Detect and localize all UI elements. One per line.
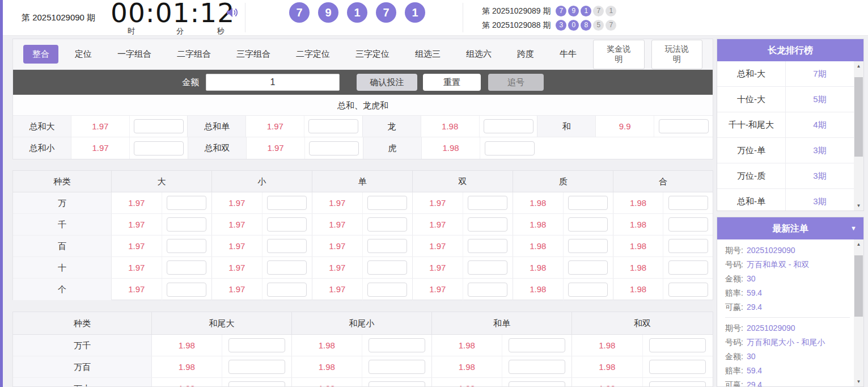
bet-amount-input[interactable] <box>369 338 425 352</box>
bet-amount-input[interactable] <box>468 196 507 210</box>
bet-input-cell <box>654 116 713 137</box>
history-ball: 3 <box>556 20 566 31</box>
order-issue-value: 20251029090 <box>747 323 795 333</box>
tab-sanzi-zuhe[interactable]: 三字组合 <box>227 45 280 64</box>
bet-amount-input[interactable] <box>228 360 285 374</box>
bet-amount-input[interactable] <box>167 260 206 275</box>
odds-value: 1.98 <box>613 235 663 256</box>
bet-amount-input[interactable] <box>668 260 708 275</box>
bet-amount-input[interactable] <box>167 217 206 232</box>
speaker-icon[interactable] <box>225 5 240 22</box>
bet-amount-input[interactable] <box>468 217 507 232</box>
tab-zuxuan-liu[interactable]: 组选六 <box>457 45 501 64</box>
issue-number: 20251029090 <box>32 12 84 22</box>
bet-amount-input[interactable] <box>167 283 206 297</box>
rules-info-button[interactable]: 玩法说明 <box>651 40 703 69</box>
row-label: 十 <box>13 257 112 278</box>
chase-number-button[interactable]: 追号 <box>488 74 544 91</box>
bet-amount-input[interactable] <box>668 283 708 297</box>
bet-amount-input[interactable] <box>568 283 608 297</box>
bet-amount-input[interactable] <box>568 196 608 210</box>
bet-amount-input[interactable] <box>134 141 184 155</box>
bet-amount-input[interactable] <box>568 239 608 253</box>
scroll-down-icon[interactable]: ▼ <box>854 201 863 211</box>
bet-amount-input[interactable] <box>668 239 708 253</box>
bet-amount-input[interactable] <box>568 217 608 232</box>
top-header: 第 20251029090 期 00:01:12 时 分 秒 7 9 1 7 1… <box>3 0 868 36</box>
bet-amount-input[interactable] <box>468 260 507 275</box>
tab-erzi-zuhe[interactable]: 二字组合 <box>168 45 220 64</box>
bet-amount-input[interactable] <box>308 119 358 133</box>
tab-sanzi-dingwei[interactable]: 三字定位 <box>346 45 399 64</box>
dragon-ranking-panel: 长龙排行榜 总和-大 7期 十位-大 5期 千十-和尾大 4期 万位-单 3期 … <box>717 39 864 211</box>
dragon-row: 总和-单 3期 <box>717 189 854 211</box>
odds-value: 9.9 <box>596 116 654 137</box>
dragon-bet-name: 总和-单 <box>717 189 786 211</box>
tab-kuadu[interactable]: 跨度 <box>508 45 543 64</box>
bet-amount-input[interactable] <box>228 381 285 387</box>
tab-zuxuan-san[interactable]: 组选三 <box>406 45 450 64</box>
bet-amount-input[interactable] <box>134 119 184 133</box>
bet-amount-input[interactable] <box>568 260 608 275</box>
bet-amount-input[interactable] <box>484 119 533 133</box>
odds-value: 1.98 <box>572 335 643 356</box>
bet-amount-input[interactable] <box>649 381 706 387</box>
bet-amount-input[interactable] <box>668 196 708 210</box>
issue-prefix: 第 <box>22 12 30 22</box>
reset-button[interactable]: 重置 <box>423 74 481 91</box>
prize-info-button[interactable]: 奖金说明 <box>593 40 645 69</box>
bet-amount-input[interactable] <box>509 360 565 374</box>
confirm-bet-button[interactable]: 确认投注 <box>357 74 417 91</box>
scroll-up-icon[interactable]: ▲ <box>854 61 863 71</box>
column-header: 种类 <box>13 171 112 192</box>
dragon-scrollbar[interactable]: ▲ ▼ <box>854 61 863 211</box>
bet-amount-input[interactable] <box>267 217 307 232</box>
collapse-caret-icon[interactable]: ▼ <box>850 217 857 239</box>
bet-amount-input[interactable] <box>367 260 407 275</box>
bet-amount-input[interactable] <box>167 196 206 210</box>
bet-amount-input[interactable] <box>228 338 285 352</box>
bet-amount-input[interactable] <box>659 119 709 133</box>
bet-amount-input[interactable] <box>468 283 507 297</box>
dragon-streak: 3期 <box>786 189 854 211</box>
bet-control-bar: 金额 确认投注 重置 追号 <box>13 70 713 95</box>
scroll-down-icon[interactable]: ▼ <box>854 377 863 386</box>
order-odds-value: 59.4 <box>747 366 762 375</box>
table-row: 万百 1.98 1.98 1.98 1.98 <box>13 356 713 378</box>
bet-amount-input[interactable] <box>367 239 407 253</box>
amount-input[interactable] <box>206 74 340 91</box>
history-ball: 8 <box>581 20 591 31</box>
tab-zhenghe[interactable]: 整合 <box>23 45 58 64</box>
odds-value: 1.97 <box>413 257 463 278</box>
bet-amount-input[interactable] <box>267 239 307 253</box>
bet-amount-input[interactable] <box>468 239 507 253</box>
bet-amount-input[interactable] <box>369 360 425 374</box>
bet-amount-input[interactable] <box>309 141 359 155</box>
bet-amount-input[interactable] <box>485 141 535 155</box>
dragon-row: 千十-和尾大 4期 <box>717 112 854 138</box>
scroll-up-icon[interactable]: ▲ <box>854 239 863 249</box>
bet-amount-input[interactable] <box>367 196 407 210</box>
tail-sum-odds-table: 种类 和尾大 和尾小 和单 和双 万千 1.98 1.98 1.98 1.98 … <box>12 312 713 387</box>
bet-amount-input[interactable] <box>367 283 407 297</box>
bet-amount-input[interactable] <box>267 196 307 210</box>
bet-amount-input[interactable] <box>509 338 565 352</box>
bet-amount-input[interactable] <box>167 239 206 253</box>
scrollbar-thumb[interactable] <box>854 77 863 157</box>
bet-amount-input[interactable] <box>369 381 425 387</box>
tab-erzi-dingwei[interactable]: 二字定位 <box>287 45 339 64</box>
bet-amount-input[interactable] <box>267 260 307 275</box>
orders-scrollbar[interactable]: ▲ ▼ <box>854 239 863 386</box>
bet-amount-input[interactable] <box>509 381 565 387</box>
tab-niuniu[interactable]: 牛牛 <box>551 45 586 64</box>
history-ball: 1 <box>581 6 591 16</box>
bet-amount-input[interactable] <box>649 338 706 352</box>
odds-value: 1.97 <box>312 235 363 256</box>
scrollbar-thumb[interactable] <box>854 255 863 317</box>
bet-amount-input[interactable] <box>367 217 407 232</box>
tab-dingwei[interactable]: 定位 <box>66 45 101 64</box>
tab-yizi-zuhe[interactable]: 一字组合 <box>108 45 160 64</box>
bet-amount-input[interactable] <box>267 283 307 297</box>
bet-amount-input[interactable] <box>668 217 708 232</box>
bet-amount-input[interactable] <box>649 360 706 374</box>
